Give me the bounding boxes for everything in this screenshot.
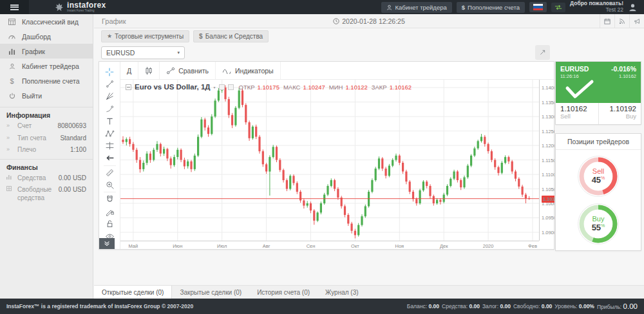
tab-account-history[interactable]: История счета (0) (249, 286, 317, 299)
time-tick: Июн (173, 243, 182, 249)
calendar-icon (604, 18, 611, 24)
trader-cabinet-label: Кабинет трейдера (395, 4, 446, 11)
interval-button[interactable]: Д (120, 62, 138, 79)
sell-gauge-label: Sell (592, 168, 604, 176)
xabcd-pattern-tool[interactable] (103, 127, 116, 140)
legend-settings-button[interactable] (228, 84, 234, 90)
candlestick-chart[interactable] (120, 80, 539, 241)
compare-button[interactable]: Сравнить (160, 62, 216, 79)
buy-label: Buy (603, 113, 637, 120)
trader-cabinet-button[interactable]: Кабинет трейдера (381, 2, 451, 13)
welcome-block: Добро пожаловать! Test 22 (570, 1, 623, 14)
ohlc-readout: ОТКР1.10175 МАКС1.10247 МИН1.10122 ЗАКР1… (239, 84, 413, 91)
price-axis[interactable]: 1.140001.135001.130001.125001.120001.115… (539, 80, 554, 241)
avatar-icon[interactable] (628, 3, 638, 12)
zoom-in-tool[interactable] (103, 179, 116, 191)
time-axis[interactable]: МайИюнИюлАвгСенОктНояДек2020Фев (120, 241, 539, 250)
open-value: 1.10175 (258, 84, 279, 91)
trader-positions-title: Позиции трейдеров (556, 134, 641, 150)
sell-label: Sell (560, 113, 594, 120)
finance-section-title: Финансы (0, 159, 93, 172)
high-label: МАКС (283, 84, 301, 91)
announcements-button[interactable] (629, 14, 644, 28)
deposit-button[interactable]: $ Пополнение счета (457, 2, 525, 13)
sidebar-item-logout[interactable]: Выйти (0, 88, 93, 103)
sidebar-item-dashboard[interactable]: Дашборд (0, 29, 93, 44)
sidebar-item-deposit[interactable]: $ Пополнение счета (0, 73, 93, 88)
measure-tool[interactable] (103, 167, 116, 179)
indicators-button[interactable]: Индикаторы (216, 62, 281, 79)
info-value: Standard (60, 134, 86, 142)
fullscreen-button[interactable] (535, 45, 550, 60)
interval-label: Д (127, 67, 131, 75)
sell-quote-button[interactable]: 1.10162 Sell (556, 103, 598, 124)
text-tool[interactable] (103, 115, 116, 127)
quote-symbol: EURUSD (560, 65, 589, 73)
language-flag-button[interactable] (529, 2, 547, 12)
rss-button[interactable] (614, 14, 629, 28)
trading-instruments-button[interactable]: ★ Торговые инструменты (101, 30, 189, 42)
crosshair-tool[interactable] (103, 66, 116, 78)
star-icon: ★ (107, 33, 112, 39)
expand-icon (539, 49, 546, 56)
deposit-label: Пополнение счета (468, 4, 520, 11)
magnet-tool[interactable] (103, 193, 116, 205)
buy-quote-button[interactable]: 1.10192 Buy (598, 103, 641, 124)
chart-legend: Euro vs US Dollar, 1Д ▾ ОТКР1.10175 МАКС… (126, 83, 413, 91)
username: Test 22 (570, 7, 623, 14)
dollar-icon: $ (199, 33, 203, 40)
chart-type-button[interactable] (138, 62, 160, 79)
price-tick: 1.13000 (542, 114, 554, 120)
chart-region[interactable]: 1.140001.135001.130001.125001.120001.115… (120, 80, 554, 249)
percent-sign: % (601, 223, 605, 228)
sidebar-item-classic-view[interactable]: Классический вид (0, 14, 93, 29)
account-stat: Уровень: 0.00% (554, 303, 594, 309)
time-tick: Дек (440, 243, 448, 249)
gann-fibonacci-tool[interactable] (103, 90, 116, 102)
legend-collapse-button[interactable] (126, 84, 131, 90)
arrow-marker-tool[interactable] (103, 152, 116, 164)
current-price-tag: 1.10162 (542, 196, 554, 203)
balance-funds-button[interactable]: $ Баланс и Средства (193, 30, 269, 42)
trend-line-tool[interactable] (103, 78, 116, 90)
sidebar: Классический вид Дашборд График Кабинет … (0, 14, 93, 299)
toolbar-collapse-button[interactable] (99, 238, 115, 249)
tab-open-trades[interactable]: Открытые сделки (0) (94, 286, 172, 299)
quote-header: EURUSD -0.016% 11:26:16 1.10162 (556, 62, 641, 103)
datetime-text: 2020-01-28 12:26:25 (342, 17, 405, 25)
indicators-label: Индикаторы (235, 67, 274, 75)
drawing-lock-tool[interactable] (103, 205, 116, 217)
calendar-button[interactable] (600, 14, 614, 28)
position-tool[interactable] (103, 140, 116, 152)
sell-gauge-percent: 45 (592, 175, 601, 185)
info-value: 1:100 (70, 146, 86, 153)
finance-label: Средства (17, 174, 59, 183)
sidebar-item-chart[interactable]: График (0, 44, 93, 59)
bar-chart-icon (8, 48, 16, 55)
power-icon (8, 93, 16, 99)
hamburger-menu-button[interactable] (0, 0, 29, 14)
app: instaforex Instant Forex Trading Кабинет… (0, 0, 644, 314)
tab-closed-trades[interactable]: Закрытые сделки (0) (172, 286, 249, 299)
double-chevron-icon: » (6, 134, 13, 141)
megaphone-icon (634, 18, 641, 24)
tab-journal[interactable]: Журнал (3) (317, 286, 366, 299)
trader-positions-card: Позиции трейдеров Sell 45% (555, 133, 641, 251)
server-datetime: 2020-01-28 12:26:25 (94, 17, 644, 25)
sell-price: 1.10162 (560, 105, 594, 113)
legend-style-button[interactable] (219, 84, 225, 90)
sidebar-item-trader-cabinet[interactable]: Кабинет трейдера (0, 59, 93, 73)
drawing-toolbar (99, 62, 120, 249)
sidebar-item-label: Пополнение счета (22, 77, 80, 85)
compare-icon (166, 67, 175, 75)
main-content: График 2020-01-28 12:26:25 ★ Торговые ин… (94, 14, 644, 299)
exchange-button[interactable] (551, 3, 565, 12)
logo[interactable]: instaforex Instant Forex Trading (55, 1, 106, 13)
time-tick: Сен (307, 243, 316, 249)
rss-icon (619, 18, 625, 24)
brush-tool[interactable] (103, 103, 116, 115)
finance-value: 0.00 USD (59, 174, 86, 181)
symbol-select[interactable]: EURUSD ▾ (101, 46, 185, 59)
hamburger-icon (10, 5, 19, 10)
lock-tool[interactable] (103, 217, 116, 230)
